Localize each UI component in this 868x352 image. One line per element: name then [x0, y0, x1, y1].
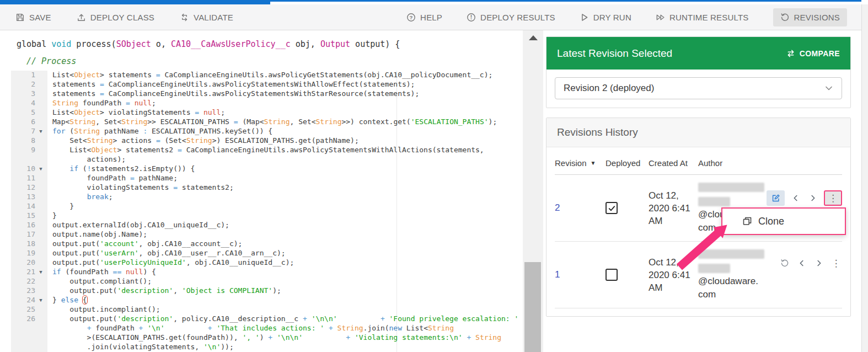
runtime-results-icon: [656, 13, 665, 22]
code-line[interactable]: .join(violatingStatements, '\n'));: [11, 343, 523, 352]
compare-button[interactable]: COMPARE: [786, 49, 840, 58]
toolbar-button-label: VALIDATE: [194, 13, 233, 22]
code-line[interactable]: 23 output.put('description', 'Object is …: [11, 286, 523, 296]
kebab-icon: ⋮: [828, 194, 838, 203]
banner-title: Latest Revision Selected: [557, 47, 672, 60]
revision-select[interactable]: Revision 2 (deployed): [555, 77, 842, 99]
code-line[interactable]: 6Map<String, Set<String>> ESCALATION_PAT…: [11, 118, 523, 127]
revisions-button[interactable]: REVISIONS: [773, 8, 848, 26]
code-line[interactable]: 9 List<Object> statements2 = CaComplianc…: [11, 146, 523, 155]
history-button[interactable]: [779, 257, 791, 269]
gutter-line-number: 20: [11, 258, 47, 268]
column-header-created-at: Created At: [649, 158, 698, 168]
code-line[interactable]: 16output.externalId(obj.CA10__uniqueId__…: [11, 221, 523, 230]
fold-spacer: [35, 211, 46, 221]
fold-arrow-icon[interactable]: ▼: [35, 127, 46, 136]
code-editor[interactable]: global void process(SObject o, CA10__CaA…: [0, 30, 523, 352]
code-line[interactable]: 4String foundPath = null;: [11, 99, 523, 108]
help-button[interactable]: ?HELP: [406, 13, 442, 22]
code-line[interactable]: 17output.name(obj.Name);: [11, 230, 523, 239]
code-line[interactable]: 18output.put('account', obj.CA10__accoun…: [11, 239, 523, 249]
fold-spacer: [35, 89, 46, 99]
code-line[interactable]: 10▼ if (!statements2.isEmpty()) {: [11, 164, 523, 174]
code-line[interactable]: 22 output.compliant();: [11, 277, 523, 286]
revisions-table-body: 2Oct 12, 2020 6:41 AM@cloudaware.com⋮1Oc…: [555, 175, 842, 308]
chevron-right-icon: [808, 194, 817, 202]
code-line[interactable]: 25 output.incompliant();: [11, 305, 523, 314]
code-text: for (String pathName : ESCALATION_PATHS.…: [47, 127, 272, 136]
revision-link[interactable]: 2: [555, 202, 560, 213]
code-line[interactable]: 13 break;: [11, 193, 523, 202]
deploy-results-button[interactable]: !DEPLOY RESULTS: [467, 13, 555, 22]
code-line[interactable]: 5List<Object> violatingStatements = null…: [11, 108, 523, 118]
fold-spacer: [35, 99, 46, 108]
code-line[interactable]: 24▼} else {: [11, 296, 523, 305]
revision-row-1: 1Oct 12, 2020 6:41 AM@cloudaware.com⋮: [555, 242, 842, 308]
runtime-results-button[interactable]: RUNTIME RESULTS: [656, 13, 749, 22]
author-domain-tld: com: [698, 288, 779, 301]
gutter-line-number: 1: [11, 71, 47, 80]
kebab-button[interactable]: ⋮: [830, 257, 842, 269]
code-line[interactable]: 19output.put('userArn', obj.CA10__user__…: [11, 249, 523, 258]
validate-icon: [180, 13, 189, 22]
save-button[interactable]: SAVE: [15, 13, 51, 22]
code-line[interactable]: 21▼if (foundPath == null) {: [11, 268, 523, 277]
code-line[interactable]: 2statements = CaComplianceEngineUtils.aw…: [11, 80, 523, 89]
edit-button[interactable]: [767, 190, 785, 206]
code-line[interactable]: actions);: [11, 155, 523, 164]
gutter-line-number: 25: [11, 305, 47, 314]
scroll-up-arrow-icon[interactable]: [529, 35, 538, 40]
code-text: violatingStatements = statements2;: [47, 183, 234, 193]
fold-spacer: [35, 221, 46, 230]
code-line[interactable]: 14 }: [11, 202, 523, 211]
window-scrollbar[interactable]: [861, 4, 868, 352]
dry-run-button[interactable]: DRY RUN: [580, 13, 631, 22]
chevron-right-button[interactable]: [813, 257, 825, 269]
code-line[interactable]: 7▼for (String pathName : ESCALATION_PATH…: [11, 127, 523, 136]
revision-link[interactable]: 1: [555, 269, 560, 280]
chevron-left-icon: [797, 259, 806, 268]
history-icon: [780, 259, 789, 268]
deployed-checkbox-unchecked[interactable]: [606, 269, 618, 281]
method-signature: global void process(SObject o, CA10__CaA…: [17, 39, 400, 49]
latest-revision-banner: Latest Revision Selected COMPARE: [546, 37, 850, 70]
deployed-checkbox-checked[interactable]: [606, 202, 618, 214]
code-lines[interactable]: 1List<Object> statements = CaComplianceE…: [11, 71, 523, 352]
deploy-class-button[interactable]: DEPLOY CLASS: [77, 13, 154, 22]
fold-spacer: [35, 324, 46, 333]
code-line[interactable]: 11 foundPath = pathName;: [11, 174, 523, 183]
clone-menu[interactable]: Clone: [721, 207, 846, 235]
row-actions: ⋮: [767, 190, 842, 206]
column-header-revision[interactable]: Revision▼: [555, 158, 606, 168]
code-line[interactable]: 26 output.put('description', policy.CA10…: [11, 314, 523, 324]
code-text: String foundPath = null;: [47, 99, 156, 108]
code-line[interactable]: >(ESCALATION_PATHS.get(foundPath)), ', '…: [11, 333, 523, 343]
toolbar-right-group: ?HELP!DEPLOY RESULTSDRY RUNRUNTIME RESUL…: [406, 8, 847, 26]
revisions-icon: [780, 13, 790, 22]
column-header-deployed: Deployed: [606, 158, 649, 168]
validate-button[interactable]: VALIDATE: [180, 13, 233, 22]
edit-icon: [771, 194, 780, 202]
kebab-button[interactable]: ⋮: [824, 190, 842, 206]
code-line[interactable]: 8 Set<String> actions = (Set<String>) ES…: [11, 136, 523, 146]
code-line[interactable]: 12 violatingStatements = statements2;: [11, 183, 523, 193]
chevron-left-button[interactable]: [796, 257, 808, 269]
code-line[interactable]: 20output.put('userPolicyUniqueId', obj.C…: [11, 258, 523, 268]
fold-arrow-icon[interactable]: ▼: [35, 268, 46, 277]
code-line[interactable]: 15}: [11, 211, 523, 221]
fold-arrow-icon[interactable]: ▼: [35, 164, 46, 174]
fold-arrow-icon[interactable]: ▼: [35, 296, 46, 305]
fold-spacer: [35, 136, 46, 146]
kebab-icon: ⋮: [832, 259, 841, 268]
code-line[interactable]: + foundPath + '\n' + 'That includes acti…: [11, 324, 523, 333]
editor-scrollbar-thumb[interactable]: [524, 262, 541, 352]
chevron-right-button[interactable]: [807, 192, 819, 204]
code-line[interactable]: 1List<Object> statements = CaComplianceE…: [11, 71, 523, 80]
chevron-left-button[interactable]: [790, 192, 802, 204]
code-line[interactable]: 3statements = CaComplianceEngineUtils.aw…: [11, 89, 523, 99]
sort-caret-icon: ▼: [591, 160, 596, 166]
gutter-line-number: 11: [11, 174, 47, 183]
revisions-table-header: Revision▼DeployedCreated AtAuthor: [555, 147, 842, 175]
editor-scrollbar[interactable]: [523, 30, 543, 352]
gutter-line-number: 6: [11, 118, 47, 127]
